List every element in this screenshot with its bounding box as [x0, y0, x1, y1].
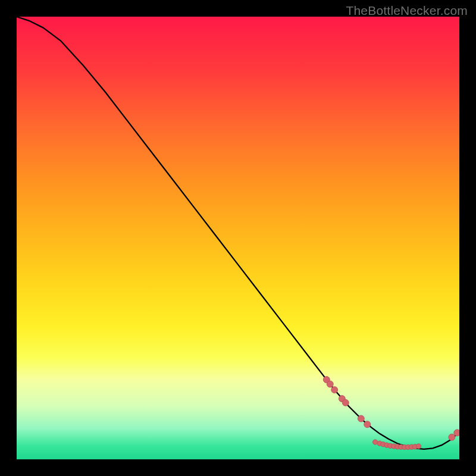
bottleneck-curve — [17, 17, 459, 449]
marker-cluster-c — [449, 430, 459, 440]
chart-overlay — [17, 17, 459, 459]
data-marker — [364, 421, 371, 428]
data-marker — [327, 381, 333, 387]
data-marker — [331, 387, 338, 393]
data-marker — [342, 399, 349, 406]
data-marker — [416, 444, 421, 449]
watermark-label: TheBottleNecker.com — [346, 4, 468, 18]
chart-stage: TheBottleNecker.com — [0, 0, 476, 476]
data-marker — [358, 415, 364, 422]
marker-cluster-b — [372, 440, 421, 450]
data-marker — [454, 430, 459, 436]
data-marker — [449, 434, 455, 440]
marker-cluster-a — [323, 377, 370, 428]
